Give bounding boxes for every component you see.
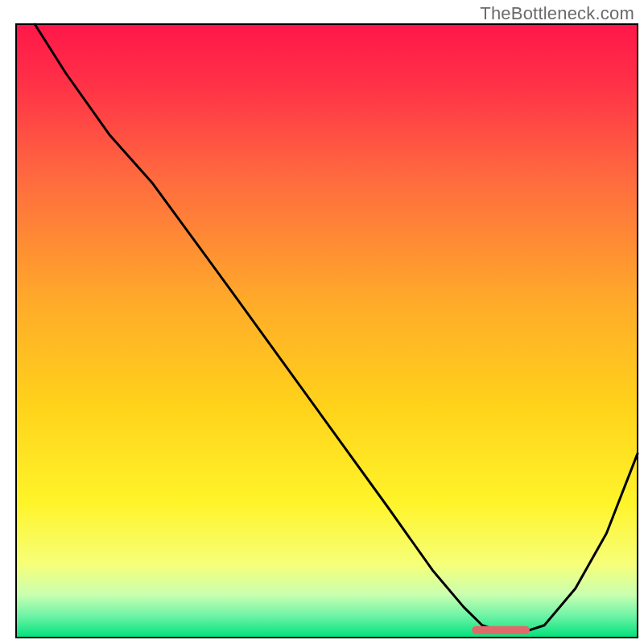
chart-container: TheBottleneck.com (0, 0, 644, 644)
watermark-text: TheBottleneck.com (480, 3, 634, 24)
chart-svg (0, 0, 644, 644)
plot-background (16, 24, 638, 638)
